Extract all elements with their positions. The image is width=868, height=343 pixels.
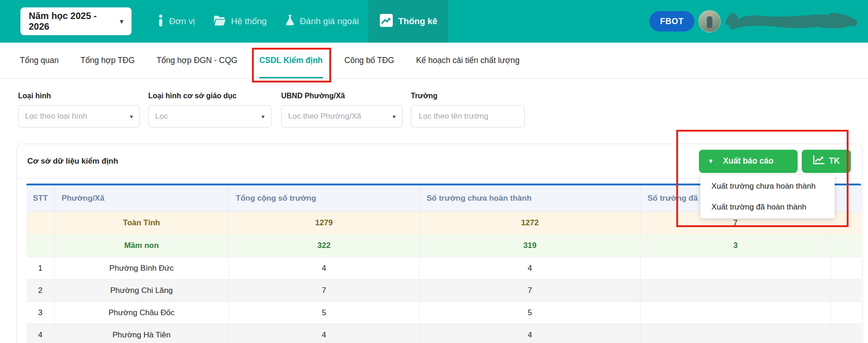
panel-actions: ▾ Xuất báo cáo TK xyxy=(699,150,851,173)
filter-truong: Trường xyxy=(411,92,525,127)
table-row: 4 Phường Hà Tiên 4 4 xyxy=(26,324,861,343)
cell-name: Mầm non xyxy=(55,235,229,257)
nav-item-he-thong[interactable]: Hệ thống xyxy=(204,0,276,43)
school-year-selector[interactable]: Năm học 2025 - 2026 ▾ xyxy=(20,7,132,35)
cell-stt xyxy=(26,235,55,257)
menu-item-export-incomplete[interactable]: Xuất trường chưa hoàn thành xyxy=(700,176,835,197)
cell-total: 322 xyxy=(229,235,420,257)
tab-label: Kế hoạch cải tiến chất lượng xyxy=(416,56,520,65)
cell-total: 1279 xyxy=(229,212,420,234)
tab-label: Tổng quan xyxy=(20,56,59,65)
cell-total: 7 xyxy=(229,279,420,301)
cell-incomplete: 4 xyxy=(420,257,641,279)
filter-ubnd-phuong-xa: UBND Phường/Xã Lọc theo Phường/Xã ▾ xyxy=(281,92,403,127)
cell-extra xyxy=(831,257,861,279)
nav-item-thong-ke[interactable]: Thống kê xyxy=(368,0,448,43)
cell-incomplete: 7 xyxy=(420,279,641,301)
tk-statistics-button[interactable]: TK xyxy=(802,150,851,173)
tab-ke-hoach-cai-tien[interactable]: Kế hoạch cải tiến chất lượng xyxy=(416,43,520,78)
cell-complete xyxy=(641,302,831,324)
caret-down-icon: ▾ xyxy=(709,157,712,165)
export-menu: Xuất trường chưa hoàn thành Xuất trường … xyxy=(700,175,835,218)
main-nav: Đơn vị Hệ thống Đánh giá ngoài Thống kê xyxy=(148,0,448,43)
loai-hinh-select[interactable]: Lọc theo loại hình ▾ xyxy=(18,105,140,127)
truong-search-input[interactable] xyxy=(418,111,518,121)
tab-label: Tổng hợp TĐG xyxy=(81,56,135,65)
csdl-panel: Cơ sở dữ liệu kiểm định ▾ Xuất báo cáo T… xyxy=(17,144,862,343)
tab-cong-bo-tdg[interactable]: Công bố TĐG xyxy=(345,43,395,78)
filter-label: Loại hình cơ sở giáo dục xyxy=(148,92,271,100)
table-row: 1 Phường Bình Đức 4 4 xyxy=(26,257,861,279)
nav-item-label: Đơn vị xyxy=(169,16,195,26)
cell-stt: 3 xyxy=(26,302,55,324)
panel-title: Cơ sở dữ liệu kiểm định xyxy=(27,157,118,166)
cell-complete: 3 xyxy=(641,235,831,257)
select-placeholder: Lọc theo Phường/Xã xyxy=(288,112,361,121)
header-right: FBOT xyxy=(649,8,857,34)
tab-tong-quan[interactable]: Tổng quan xyxy=(20,43,59,78)
select-placeholder: Lọc theo loại hình xyxy=(25,112,87,121)
cell-total: 4 xyxy=(229,324,420,343)
cell-stt: 4 xyxy=(26,324,55,343)
cell-incomplete: 5 xyxy=(420,302,641,324)
cell-total: 5 xyxy=(229,302,420,324)
nav-item-label: Đánh giá ngoài xyxy=(300,16,359,26)
avatar-photo-detail xyxy=(707,16,712,28)
col-header-extra xyxy=(831,185,861,211)
loai-hinh-csgd-select[interactable]: Lọc ▾ xyxy=(148,105,271,127)
nav-item-label: Hệ thống xyxy=(231,16,267,26)
ubnd-phuong-xa-select[interactable]: Lọc theo Phường/Xã ▾ xyxy=(281,105,403,127)
school-year-label: Năm học 2025 - 2026 xyxy=(29,11,115,32)
cell-stt: 1 xyxy=(26,257,55,279)
col-header-chua-hoan-thanh: Số trường chưa hoàn thành xyxy=(420,185,641,211)
cell-name: Phường Bình Đức xyxy=(55,257,229,279)
user-avatar[interactable] xyxy=(698,10,721,32)
truong-search-input-wrap xyxy=(411,105,525,127)
filter-label: Trường xyxy=(411,92,525,100)
nav-item-don-vi[interactable]: Đơn vị xyxy=(148,0,204,43)
col-header-phuong-xa: Phường/Xã xyxy=(55,185,229,211)
cell-extra xyxy=(831,235,861,257)
chart-line-icon xyxy=(813,155,825,167)
panel-header: Cơ sở dữ liệu kiểm định ▾ Xuất báo cáo T… xyxy=(17,144,862,178)
export-report-label: Xuất báo cáo xyxy=(723,156,774,166)
tab-tong-hop-tdg[interactable]: Tổng hợp TĐG xyxy=(81,43,135,78)
tab-label: Tổng hợp ĐGN - CQG xyxy=(157,56,238,65)
menu-item-export-complete[interactable]: Xuất trường đã hoàn thành xyxy=(700,197,835,217)
filter-label: Loại hình xyxy=(18,92,140,100)
section-tabs: Tổng quan Tổng hợp TĐG Tổng hợp ĐGN - CQ… xyxy=(0,43,868,79)
chart-icon xyxy=(379,13,393,30)
flask-icon xyxy=(285,14,295,28)
app-header: Năm học 2025 - 2026 ▾ Đơn vị Hệ thống Đá… xyxy=(0,0,868,43)
filter-label: UBND Phường/Xã xyxy=(281,92,403,100)
fbot-button[interactable]: FBOT xyxy=(649,11,694,32)
caret-down-icon: ▾ xyxy=(130,113,133,120)
table-row: 2 Phường Chi Lăng 7 7 xyxy=(26,279,861,302)
cell-extra xyxy=(831,279,861,301)
cell-stt xyxy=(26,212,55,234)
tk-label: TK xyxy=(829,156,840,166)
cell-incomplete: 4 xyxy=(420,324,641,343)
export-report-button[interactable]: ▾ Xuất báo cáo xyxy=(699,150,798,173)
caret-down-icon: ▾ xyxy=(392,113,396,120)
cell-name: Phường Hà Tiên xyxy=(55,324,229,343)
cell-extra xyxy=(831,302,861,324)
tab-csdl-kiem-dinh[interactable]: CSDL Kiểm định xyxy=(259,43,323,78)
tab-tong-hop-dgn-cqg[interactable]: Tổng hợp ĐGN - CQG xyxy=(157,43,238,78)
fbot-label: FBOT xyxy=(660,17,684,26)
cell-name: Phường Châu Đốc xyxy=(55,302,229,324)
col-header-stt: STT xyxy=(26,185,55,211)
redacted-username-scribble xyxy=(725,8,857,34)
tab-label: Công bố TĐG xyxy=(345,56,395,65)
summary-row-mam-non: Mầm non 322 319 3 xyxy=(26,235,861,257)
col-header-tong-cong: Tổng cộng số trường xyxy=(229,185,420,211)
cell-extra xyxy=(831,212,861,234)
nav-item-label: Thống kê xyxy=(398,16,437,26)
cell-name: Toàn Tỉnh xyxy=(55,212,229,234)
cell-complete xyxy=(641,279,831,301)
cell-name: Phường Chi Lăng xyxy=(55,279,229,301)
filter-loai-hinh: Loại hình Lọc theo loại hình ▾ xyxy=(18,92,140,127)
nav-item-danh-gia-ngoai[interactable]: Đánh giá ngoài xyxy=(276,0,368,43)
filter-loai-hinh-csgd: Loại hình cơ sở giáo dục Lọc ▾ xyxy=(148,92,271,127)
folder-icon xyxy=(214,15,226,28)
